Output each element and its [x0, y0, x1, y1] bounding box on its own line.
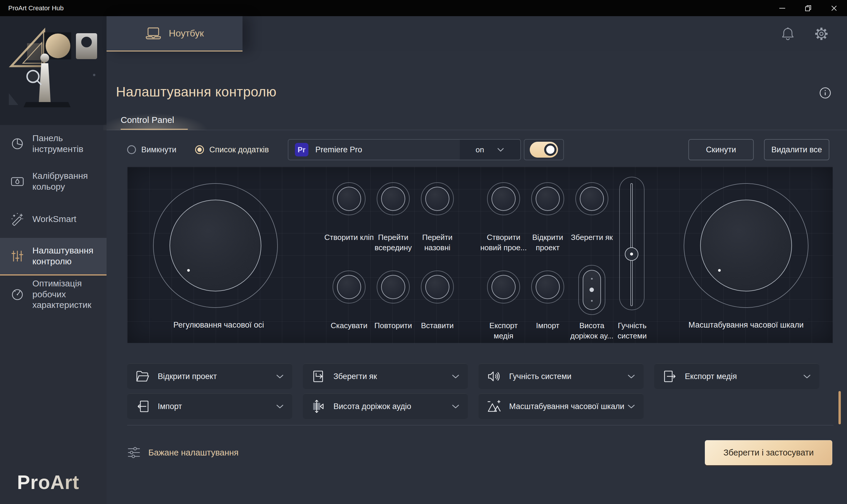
knob-create-clip[interactable] [332, 182, 365, 215]
sidebar-item-dashboard[interactable]: Панель інструментів [0, 125, 106, 163]
dropdown-label: Гучність системи [509, 372, 572, 381]
tab-control-panel[interactable]: Control Panel [121, 115, 174, 130]
delete-all-button-label: Видалити все [771, 145, 822, 155]
tab-device-laptop[interactable]: Ноутбук [106, 16, 242, 52]
pill-dot-small [591, 300, 593, 302]
knob-save-as[interactable] [575, 182, 608, 215]
sidebar-item-color-calibration[interactable]: Калібрування кольору [0, 163, 106, 200]
radio-app-list[interactable]: Список додатків [195, 145, 269, 155]
bell-icon [781, 27, 795, 41]
dropdown-audio-track-height[interactable]: Висота доріжок аудіо [303, 393, 468, 419]
magic-wand-icon [10, 212, 25, 226]
dial-right-label: Масштабування часової шкали [670, 321, 823, 330]
knob-go-inside[interactable] [377, 182, 410, 215]
settings-button[interactable] [814, 26, 829, 41]
restore-button[interactable] [795, 0, 821, 16]
sidebar-item-control-settings[interactable]: Налаштування контролю [0, 238, 106, 275]
dropdown-timeline-zoom[interactable]: Масштабування часової шкали [479, 393, 644, 419]
knob-label: Зберегти як [567, 232, 617, 242]
premiere-pro-icon: Pr [295, 143, 308, 157]
slider-handle[interactable] [625, 247, 638, 261]
knob-label: Перейти всередину [368, 232, 418, 253]
sidebar-item-worksmart[interactable]: WorkSmart [0, 200, 106, 238]
knob-new-project[interactable] [487, 182, 520, 215]
dial-left-label: Регулювання часової осі [142, 321, 295, 330]
knob-go-outside[interactable] [421, 182, 454, 215]
chevron-down-icon [627, 404, 635, 409]
pill-dot-large [589, 288, 594, 292]
knob-paste[interactable] [421, 271, 454, 304]
notifications-button[interactable] [781, 27, 795, 41]
restore-icon [804, 4, 812, 12]
sidebar-item-performance[interactable]: Оптимізація робочих характеристик [0, 275, 106, 313]
titlebar: ProArt Creator Hub [0, 0, 847, 16]
app-toggle[interactable] [524, 139, 564, 160]
toggle-on-track [530, 142, 558, 158]
device-tab-label: Ноутбук [169, 28, 204, 39]
export-icon [662, 370, 677, 383]
footer-bar: Бажане налаштування Зберегти і застосува… [127, 440, 832, 465]
radio-disable-label: Вимкнути [141, 145, 176, 155]
radio-app-list-label: Список додатків [209, 145, 269, 155]
delete-all-button[interactable]: Видалити все [764, 139, 829, 160]
sidebar-item-label: Панель інструментів [32, 133, 101, 155]
folder-open-icon [135, 370, 150, 383]
knob-import[interactable] [531, 271, 564, 304]
knob-label: Створити кліп [324, 232, 374, 242]
window-title: ProArt Creator Hub [8, 4, 64, 12]
timeline-zoom-icon [487, 400, 501, 413]
dropdown-open-project[interactable]: Відкрити проект [127, 363, 292, 389]
timeline-adjust-dial[interactable] [153, 183, 278, 308]
app-selector[interactable]: Pr Premiere Pro on [288, 139, 521, 160]
knob-label: Імпорт [523, 321, 573, 331]
dial-indicator-dot [718, 269, 721, 272]
main-area: Ноутбук Налаштування контролю Control Pa… [106, 16, 847, 504]
dropdown-import[interactable]: Імпорт [127, 393, 292, 419]
knob-open-project[interactable] [531, 182, 564, 215]
slider-track [630, 183, 633, 306]
scrollbar-thumb[interactable] [839, 391, 841, 424]
dropdown-label: Зберегти як [333, 372, 377, 381]
knob-undo[interactable] [332, 271, 365, 304]
minimize-button[interactable] [769, 0, 795, 16]
color-calibration-icon [10, 175, 25, 188]
chevron-down-icon [451, 404, 460, 409]
sidebar-item-label: WorkSmart [32, 214, 76, 224]
toolbar: Вимкнути Список додатків Pr Premiere Pro… [127, 139, 829, 160]
sidebar-item-label: Оптимізація робочих характеристик [32, 278, 101, 310]
knob-label: Експорт медія [479, 321, 529, 341]
info-button[interactable] [819, 87, 831, 99]
dropdown-save-as[interactable]: Зберегти як [303, 363, 468, 389]
dashboard-icon [10, 137, 25, 150]
knob-label: Створити новий прое... [479, 232, 529, 253]
info-icon [819, 87, 831, 99]
preferred-settings-button[interactable]: Бажане налаштування [127, 446, 238, 459]
timeline-zoom-dial[interactable] [684, 183, 809, 308]
track-height-icon [311, 399, 326, 413]
laptop-icon [145, 27, 161, 40]
header: Ноутбук [106, 16, 847, 52]
preferred-settings-label: Бажане налаштування [148, 448, 238, 457]
save-and-apply-button[interactable]: Зберегти і застосувати [705, 440, 832, 465]
dropdown-export-media[interactable]: Експорт медія [654, 363, 819, 389]
close-button[interactable] [821, 0, 847, 16]
performance-gauge-icon [10, 288, 25, 301]
control-panel-grid: Регулювання часової осі Створити кліп Пе… [127, 167, 833, 343]
radio-disable[interactable]: Вимкнути [127, 145, 176, 155]
dial-indicator-dot [187, 269, 190, 272]
close-icon [830, 4, 838, 12]
header-icons [781, 26, 847, 41]
slider-label: Гучність системи [607, 321, 657, 341]
reset-button[interactable]: Скинути [688, 139, 754, 160]
minimize-icon [778, 4, 786, 12]
dropdown-system-volume[interactable]: Гучність системи [479, 363, 644, 389]
window-controls [769, 0, 847, 16]
knob-export-media[interactable] [487, 271, 520, 304]
knob-redo[interactable] [377, 271, 410, 304]
dropdown-label: Відкрити проект [158, 372, 217, 381]
chevron-down-icon [276, 404, 284, 409]
tabs-divider [106, 130, 847, 130]
app-state-dropdown[interactable]: on [460, 140, 520, 160]
gear-icon [814, 26, 829, 41]
app-state-value: on [476, 145, 484, 155]
